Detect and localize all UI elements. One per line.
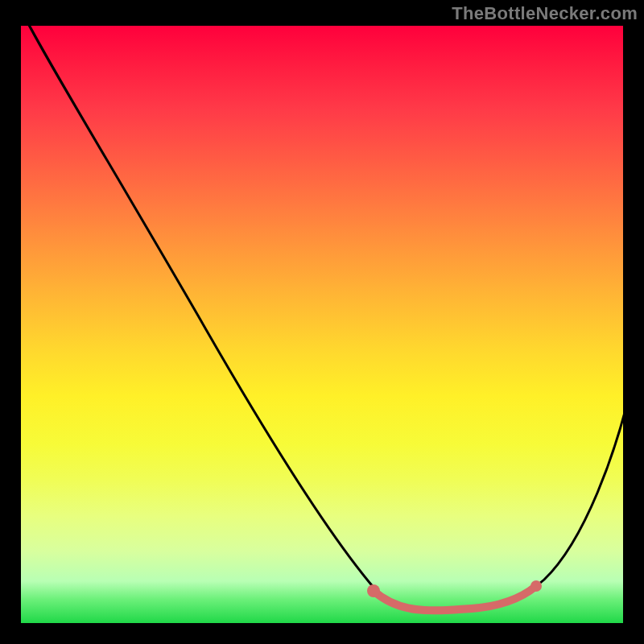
bottleneck-curve — [21, 10, 633, 610]
attribution-text: TheBottleNecker.com — [452, 3, 638, 24]
valley-marker — [367, 580, 542, 610]
plot-area — [21, 26, 623, 623]
svg-point-0 — [367, 584, 380, 597]
chart-root: TheBottleNecker.com — [0, 0, 644, 644]
svg-point-1 — [530, 580, 542, 592]
curve-svg — [21, 26, 623, 623]
